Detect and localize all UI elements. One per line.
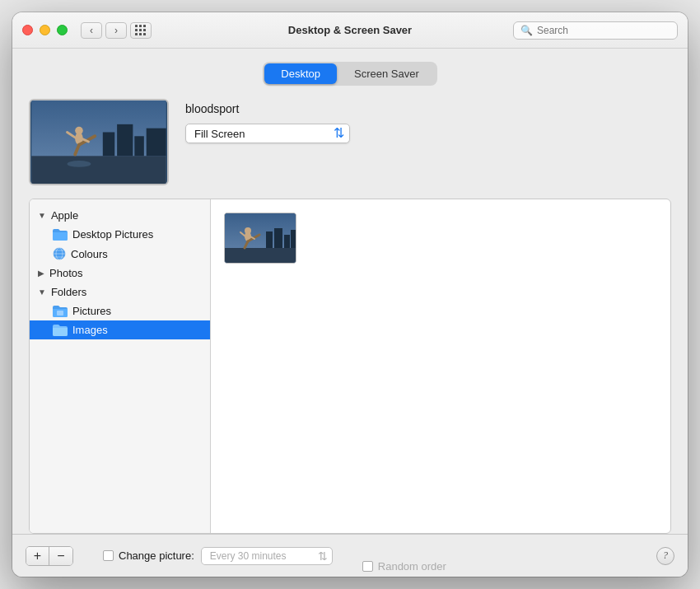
- add-button[interactable]: +: [26, 547, 49, 565]
- sidebar-item-images[interactable]: Images: [30, 320, 210, 339]
- thumbnail-image: [225, 213, 296, 264]
- tab-screensaver[interactable]: Screen Saver: [338, 63, 436, 84]
- help-button[interactable]: ?: [656, 547, 674, 565]
- svg-rect-5: [147, 129, 166, 157]
- folder-blue-icon: [53, 229, 68, 241]
- svg-rect-21: [266, 231, 273, 248]
- add-remove-buttons: + −: [26, 546, 73, 566]
- sidebar-apple-label: Apple: [51, 209, 78, 222]
- segment-wrapper: Desktop Screen Saver: [263, 62, 436, 86]
- dropdown-arrows-icon: ⇅: [334, 127, 344, 140]
- remove-button[interactable]: −: [49, 547, 72, 565]
- sidebar-item-desktop-pictures[interactable]: Desktop Pictures: [30, 225, 210, 244]
- interval-dropdown[interactable]: Every 30 minutes ⇅: [201, 547, 333, 565]
- sidebar-item-pictures[interactable]: Pictures: [30, 302, 210, 320]
- interval-label: Every 30 minutes: [210, 550, 318, 562]
- svg-point-7: [75, 127, 83, 135]
- window: ‹ › Desktop & Screen Saver 🔍 Desktop Scr…: [12, 12, 688, 577]
- sidebar-item-apple[interactable]: ▼ Apple: [30, 206, 210, 225]
- random-order-label: Random order: [378, 560, 446, 573]
- content-area: Desktop Screen Saver: [12, 49, 688, 534]
- svg-rect-3: [117, 124, 133, 156]
- wallpaper-info: bloodsport Fill Screen ⇅: [185, 99, 350, 143]
- sidebar-pictures-label: Pictures: [72, 305, 111, 317]
- wallpaper-name: bloodsport: [185, 102, 350, 115]
- grid-button[interactable]: [130, 22, 152, 39]
- change-picture-section: Change picture: Every 30 minutes ⇅: [103, 547, 333, 565]
- search-input[interactable]: [537, 25, 670, 36]
- svg-rect-18: [57, 311, 63, 316]
- fit-label: Fill Screen: [194, 128, 334, 140]
- main-panel: ▼ Apple Desktop Pictures: [29, 199, 671, 534]
- grid-icon: [135, 25, 147, 36]
- svg-rect-2: [103, 132, 114, 156]
- sidebar-photos-label: Photos: [49, 267, 82, 279]
- sidebar-item-colours[interactable]: Colours: [30, 244, 210, 264]
- top-section: bloodsport Fill Screen ⇅: [29, 99, 671, 185]
- titlebar: ‹ › Desktop & Screen Saver 🔍: [12, 12, 688, 49]
- window-title: Desktop & Screen Saver: [288, 24, 412, 36]
- svg-point-12: [68, 161, 91, 167]
- content-grid: [211, 199, 670, 533]
- sidebar-desktop-pictures-label: Desktop Pictures: [72, 228, 153, 241]
- globe-icon: [53, 247, 66, 260]
- nav-buttons: ‹ ›: [81, 22, 127, 39]
- change-picture-checkbox-item: Change picture:: [103, 549, 194, 562]
- segment-control: Desktop Screen Saver: [29, 62, 671, 86]
- sidebar-item-folders[interactable]: ▼ Folders: [30, 283, 210, 302]
- image-thumbnail[interactable]: [224, 213, 296, 264]
- sidebar-images-label: Images: [72, 324, 108, 336]
- interval-arrows-icon: ⇅: [318, 549, 328, 563]
- forward-button[interactable]: ›: [105, 22, 127, 39]
- svg-rect-4: [134, 136, 144, 156]
- svg-rect-20: [225, 248, 296, 264]
- change-picture-checkbox[interactable]: [103, 550, 114, 561]
- tab-desktop[interactable]: Desktop: [264, 63, 337, 84]
- traffic-lights: [22, 25, 68, 35]
- back-button[interactable]: ‹: [81, 22, 102, 39]
- fit-dropdown[interactable]: Fill Screen ⇅: [185, 124, 350, 143]
- search-box[interactable]: 🔍: [513, 21, 678, 40]
- folder-images-icon: [53, 325, 68, 336]
- sidebar-colours-label: Colours: [71, 248, 108, 260]
- bottom-right: Random order: [362, 539, 446, 573]
- svg-rect-23: [284, 235, 290, 248]
- random-order-checkbox[interactable]: [362, 561, 373, 572]
- triangle-photos-icon: ▶: [38, 269, 44, 278]
- svg-rect-24: [291, 230, 296, 248]
- triangle-folders-icon: ▼: [38, 287, 46, 297]
- triangle-apple-icon: ▼: [38, 211, 46, 220]
- svg-rect-1: [31, 156, 166, 184]
- sidebar-folders-label: Folders: [51, 286, 86, 298]
- sidebar: ▼ Apple Desktop Pictures: [30, 199, 211, 533]
- sidebar-item-photos[interactable]: ▶ Photos: [30, 264, 210, 283]
- bottom-bar: + − Change picture: Every 30 minutes ⇅ R…: [12, 534, 688, 577]
- folder-pictures-icon: [53, 306, 68, 317]
- maximize-button[interactable]: [57, 25, 68, 35]
- random-order-row: Random order: [362, 560, 446, 573]
- change-picture-label: Change picture:: [119, 549, 194, 562]
- wallpaper-preview: [29, 99, 169, 185]
- close-button[interactable]: [22, 25, 33, 35]
- search-icon: 🔍: [520, 25, 533, 36]
- svg-rect-22: [274, 228, 282, 248]
- minimize-button[interactable]: [40, 25, 50, 35]
